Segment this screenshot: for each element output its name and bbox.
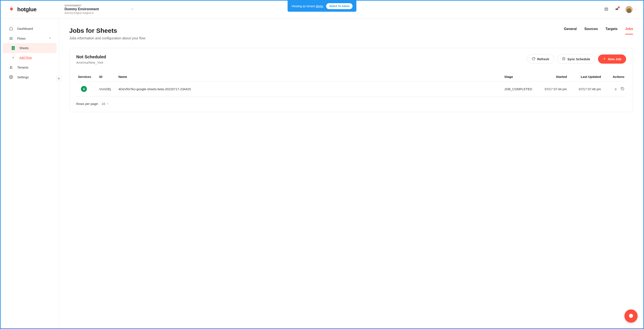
schedule-timezone: America/New_York	[76, 61, 106, 64]
th-updated: Last Updated	[568, 72, 603, 82]
jobs-card: Not Scheduled America/New_York Refresh	[69, 48, 633, 112]
sidebar-item-sheets[interactable]: Sheets	[3, 43, 57, 53]
tenant-text: Viewing as tenant demo	[291, 4, 323, 8]
cell-services	[76, 82, 98, 96]
flame-icon	[8, 6, 15, 13]
clock-icon	[562, 57, 566, 61]
tab-general[interactable]: General	[564, 27, 577, 34]
announcements-icon[interactable]	[615, 7, 619, 12]
switch-admin-button[interactable]: Switch To Admin	[326, 3, 353, 9]
env-label: ENVIRONMENT	[64, 4, 99, 7]
page-title: Jobs for Sheets	[69, 27, 146, 34]
tenant-link[interactable]: demo	[316, 4, 323, 8]
page-subtitle: Jobs information and configuration about…	[69, 36, 146, 40]
user-menu[interactable]	[626, 6, 637, 13]
topbar: hotglue ENVIRONMENT Dummy Environment du…	[1, 1, 643, 18]
sync-schedule-button[interactable]: Sync Schedule	[557, 54, 595, 64]
tabs: General Sources Targets Jobs	[564, 27, 633, 34]
chat-fab[interactable]	[624, 310, 638, 323]
table-row[interactable]: VcmOEj 4DeVRxTeo-google-sheets-beta-2022…	[76, 82, 626, 96]
chevron-down-icon	[634, 8, 637, 11]
env-url: dummy.hotglue.hotglue.io	[64, 11, 99, 14]
svg-point-3	[11, 66, 12, 67]
env-name: Dummy Environment	[64, 7, 99, 11]
environment-selector[interactable]: ENVIRONMENT Dummy Environment dummy.hotg…	[64, 4, 134, 14]
sidebar-item-flows[interactable]: Flows	[1, 33, 59, 43]
chevron-up-icon	[48, 37, 52, 40]
people-icon	[9, 65, 13, 69]
collapse-sidebar-button[interactable]	[56, 76, 61, 81]
rows-per-page-select[interactable]: 10	[102, 102, 109, 106]
brand-text: hotglue	[17, 6, 36, 13]
th-name: Name	[117, 72, 502, 82]
th-id: ID	[98, 72, 117, 82]
cell-updated: 07/17 07:46 pm	[568, 82, 603, 96]
pagination: Rows per page: 10	[76, 102, 626, 106]
main-content: Jobs for Sheets Jobs information and con…	[59, 18, 643, 328]
jobs-table: Services ID Name Stage Started Last Upda…	[76, 72, 626, 96]
sheets-icon	[11, 46, 15, 50]
sidebar-item-dashboard[interactable]: Dashboard	[1, 24, 59, 33]
sidebar-item-settings[interactable]: Settings	[1, 72, 59, 82]
tab-jobs[interactable]: Jobs	[625, 27, 633, 34]
sidebar-item-add-flow[interactable]: Add Flow	[1, 53, 59, 62]
tab-targets[interactable]: Targets	[606, 27, 618, 34]
sidebar-item-label: Tenants	[17, 65, 28, 69]
svg-point-4	[11, 77, 12, 78]
chevron-down-icon	[131, 8, 134, 11]
th-stage: Stage	[502, 72, 537, 82]
history-button[interactable]	[620, 87, 624, 91]
plus-icon	[603, 57, 606, 61]
cell-id: VcmOEj	[98, 82, 117, 96]
sidebar-item-label: Add Flow	[20, 56, 32, 59]
tab-sources[interactable]: Sources	[584, 27, 598, 34]
schedule-title: Not Scheduled	[76, 54, 106, 59]
svg-point-2	[10, 66, 11, 67]
cell-started: 07/17 07:44 pm	[537, 82, 568, 96]
docs-icon[interactable]	[604, 7, 608, 12]
avatar	[626, 6, 633, 13]
dropdown-icon	[106, 103, 109, 105]
sidebar-item-label: Flows	[17, 37, 26, 40]
home-icon	[9, 26, 13, 30]
download-button[interactable]	[614, 87, 618, 91]
chat-icon	[628, 313, 634, 319]
tenant-banner: Viewing as tenant demo Switch To Admin	[288, 1, 356, 12]
refresh-icon	[532, 57, 535, 61]
new-job-button[interactable]: New Job	[598, 54, 626, 64]
cell-name: 4DeVRxTeo-google-sheets-beta-20220717-23…	[117, 82, 502, 96]
waves-icon	[9, 36, 13, 40]
refresh-button[interactable]: Refresh	[527, 54, 554, 64]
th-services: Services	[76, 72, 98, 82]
sidebar-item-label: Settings	[17, 75, 29, 79]
logo[interactable]: hotglue	[8, 6, 60, 13]
sidebar: Dashboard Flows Sheets Add Flow	[1, 18, 59, 328]
plus-icon	[11, 56, 15, 59]
cell-actions	[603, 82, 626, 96]
sidebar-item-tenants[interactable]: Tenants	[1, 62, 59, 72]
gear-icon	[9, 75, 13, 79]
sidebar-item-label: Sheets	[20, 46, 29, 50]
sidebar-item-label: Dashboard	[17, 27, 33, 30]
notification-dot	[618, 6, 620, 8]
pager-label: Rows per page:	[76, 102, 98, 106]
google-sheets-icon	[81, 86, 87, 92]
cell-stage: JOB_COMPLETED	[502, 82, 537, 96]
th-started: Started	[537, 72, 568, 82]
th-actions: Actions	[603, 72, 626, 82]
